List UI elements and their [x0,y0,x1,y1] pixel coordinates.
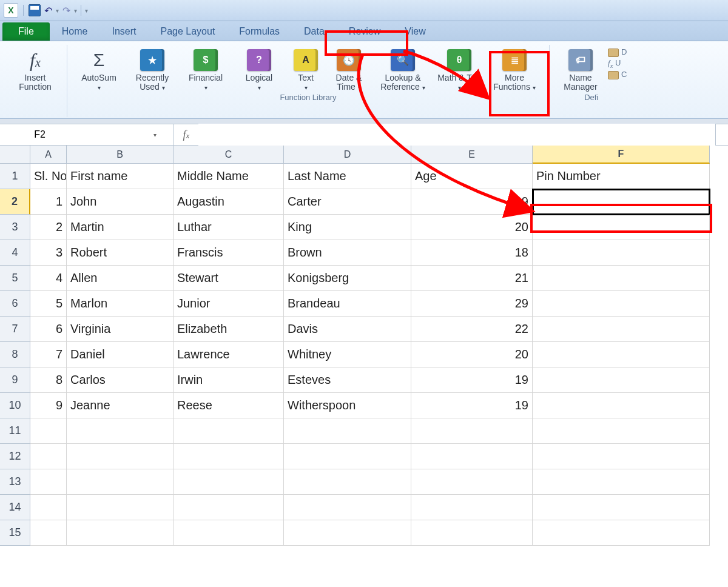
cell-B15[interactable] [67,520,174,546]
cell-F4[interactable] [533,240,710,266]
cell-A2[interactable]: 1 [30,189,67,215]
lookup-reference-button[interactable]: 🔍 Lookup & Reference ▾ [373,45,433,92]
cell-B14[interactable] [67,495,174,520]
formula-input[interactable] [198,124,715,146]
tab-home[interactable]: Home [50,22,100,41]
chevron-down-icon[interactable]: ▾ [153,132,157,138]
cell-B12[interactable] [67,444,174,469]
cell-D9[interactable]: Esteves [284,367,411,393]
cell-D12[interactable] [284,444,411,469]
row-header-13[interactable]: 13 [0,469,30,495]
row-header-14[interactable]: 14 [0,495,30,520]
cell-C7[interactable]: Elizabeth [174,317,284,342]
cell-E5[interactable]: 21 [411,266,533,291]
row-header-7[interactable]: 7 [0,317,30,342]
cell-F8[interactable] [533,342,710,367]
logical-button[interactable]: ? Logical▾ [234,45,285,92]
cell-D14[interactable] [284,495,411,520]
insert-function-button[interactable]: fx Insert Function [10,45,61,92]
select-all-corner[interactable] [0,146,30,164]
cell-B13[interactable] [67,469,174,495]
cell-B10[interactable]: Jeanne [67,393,174,418]
row-header-1[interactable]: 1 [0,164,30,189]
cell-D7[interactable]: Davis [284,317,411,342]
financial-button[interactable]: $ Financial▾ [180,45,231,92]
qat-customize-icon[interactable]: ▾ [85,7,88,14]
date-time-button[interactable]: 🕓 Date & Time ▾ [327,45,371,92]
tab-page-layout[interactable]: Page Layout [148,22,227,41]
row-header-3[interactable]: 3 [0,215,30,240]
column-header-C[interactable]: C [174,146,284,164]
cell-C5[interactable]: Stewart [174,266,284,291]
cell-F5[interactable] [533,266,710,291]
name-box[interactable]: ▾ [0,124,174,145]
cell-D4[interactable]: Brown [284,240,411,266]
cell-C12[interactable] [174,444,284,469]
cell-C11[interactable] [174,418,284,444]
cell-D15[interactable] [284,520,411,546]
cell-C14[interactable] [174,495,284,520]
column-header-A[interactable]: A [30,146,67,164]
cell-E1[interactable]: Age [411,164,533,189]
column-header-B[interactable]: B [67,146,174,164]
cell-A6[interactable]: 5 [30,291,67,317]
cell-A8[interactable]: 7 [30,342,67,367]
column-header-D[interactable]: D [284,146,411,164]
name-box-input[interactable] [18,129,62,141]
cell-C4[interactable]: Franscis [174,240,284,266]
cell-E14[interactable] [411,495,533,520]
cell-F10[interactable] [533,393,710,418]
row-header-12[interactable]: 12 [0,444,30,469]
row-header-4[interactable]: 4 [0,240,30,266]
tab-review[interactable]: Review [337,22,393,41]
cell-A13[interactable] [30,469,67,495]
cell-D2[interactable]: Carter [284,189,411,215]
cell-C2[interactable]: Augastin [174,189,284,215]
tab-view[interactable]: View [393,22,437,41]
cell-D8[interactable]: Whitney [284,342,411,367]
tab-data[interactable]: Data [292,22,337,41]
cell-B1[interactable]: First name [67,164,174,189]
row-header-5[interactable]: 5 [0,266,30,291]
cell-E9[interactable]: 19 [411,367,533,393]
save-icon[interactable] [29,4,41,16]
cell-F7[interactable] [533,317,710,342]
cell-B9[interactable]: Carlos [67,367,174,393]
cell-E13[interactable] [411,469,533,495]
tab-insert[interactable]: Insert [99,22,148,41]
create-from-selection-button[interactable]: C [608,70,627,79]
cell-D6[interactable]: Brandeau [284,291,411,317]
cell-C8[interactable]: Lawrence [174,342,284,367]
cell-F2[interactable] [533,189,710,215]
cell-E15[interactable] [411,520,533,546]
cell-F11[interactable] [533,418,710,444]
cell-D11[interactable] [284,418,411,444]
cell-A4[interactable]: 3 [30,240,67,266]
cell-B6[interactable]: Marlon [67,291,174,317]
cell-D10[interactable]: Witherspoon [284,393,411,418]
cell-A3[interactable]: 2 [30,215,67,240]
expand-formula-bar-icon[interactable] [715,124,728,145]
cell-D1[interactable]: Last Name [284,164,411,189]
cell-C9[interactable]: Irwin [174,367,284,393]
math-trig-button[interactable]: θ Math & Trig ▾ [435,45,484,92]
cell-C1[interactable]: Middle Name [174,164,284,189]
cell-F12[interactable] [533,444,710,469]
cell-B3[interactable]: Martin [67,215,174,240]
cell-A12[interactable] [30,444,67,469]
cell-E8[interactable]: 20 [411,342,533,367]
use-in-formula-button[interactable]: fx U [608,58,621,69]
cell-B4[interactable]: Robert [67,240,174,266]
cell-A7[interactable]: 6 [30,317,67,342]
name-manager-button[interactable]: 🏷 Name Manager [556,45,605,92]
cell-F3[interactable] [533,215,710,240]
cell-B2[interactable]: John [67,189,174,215]
row-header-8[interactable]: 8 [0,342,30,367]
undo-dropdown-icon[interactable]: ▾ [56,7,59,14]
fx-icon[interactable]: fx [174,129,198,141]
row-header-10[interactable]: 10 [0,393,30,418]
cell-E3[interactable]: 20 [411,215,533,240]
cell-F1[interactable]: Pin Number [533,164,710,189]
cell-F13[interactable] [533,469,710,495]
tab-formulas[interactable]: Formulas [227,22,292,41]
